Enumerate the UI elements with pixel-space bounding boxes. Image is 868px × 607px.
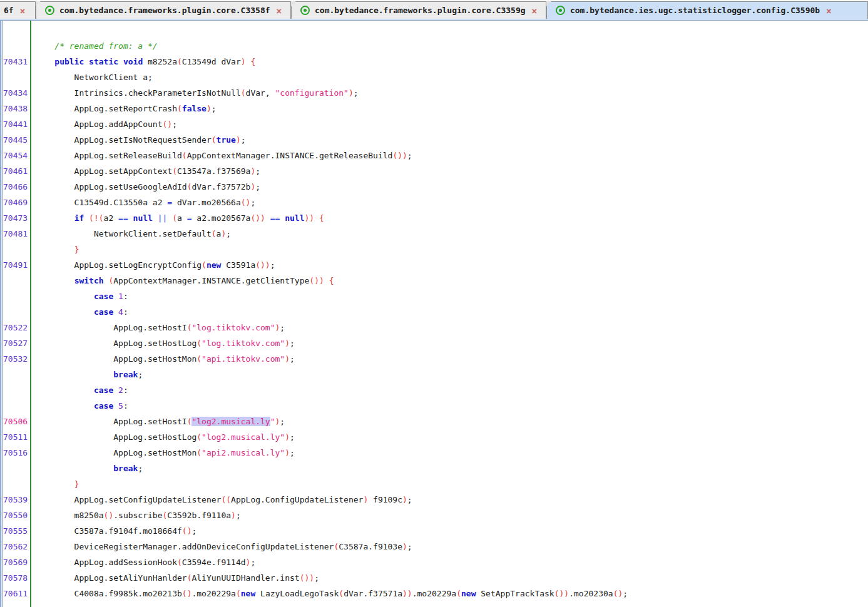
- line-number: 70438: [3, 104, 31, 120]
- code-line: C13549d.C13550a a2 = dVar.mo20566a();: [31, 198, 255, 213]
- code-row: 70578 AppLog.setAliYunHanlder(AliYunUUID…: [3, 573, 868, 589]
- code-row: 70441 AppLog.addAppCount();: [3, 120, 868, 135]
- code-row: 70550 m8250a().subscribe(C3592b.f9110a);: [3, 511, 868, 526]
- code-row: 70445 AppLog.setIsNotRequestSender(true)…: [3, 135, 868, 151]
- line-number: [3, 73, 31, 88]
- code-row: 70532 AppLog.setHostMon("api.tiktokv.com…: [3, 354, 868, 370]
- code-row: 70454 AppLog.setReleaseBuild(AppContextM…: [3, 151, 868, 166]
- line-number: 70491: [3, 260, 31, 276]
- code-row: 70466 AppLog.setUseGoogleAdId(dVar.f3757…: [3, 182, 868, 198]
- code-line: AppLog.setHostMon("api.tiktokv.com");: [31, 354, 295, 370]
- close-icon[interactable]: ✕: [19, 6, 26, 15]
- code-line: Intrinsics.checkParameterIsNotNull(dVar,…: [31, 88, 359, 104]
- code-scroll-area[interactable]: /* renamed from: a */70431 public static…: [3, 21, 868, 607]
- code-row: 70491 AppLog.setLogEncryptConfig(new C35…: [3, 260, 868, 276]
- line-number: [3, 401, 31, 417]
- code-line: C3587a.f9104f.mo18664f();: [31, 526, 197, 542]
- line-number: [3, 276, 31, 292]
- code-row: case 2:: [3, 385, 868, 401]
- class-icon: [45, 6, 54, 15]
- code-row: 70473 if (!(a2 == null || (a = a2.mo2056…: [3, 213, 868, 229]
- code-line: AppLog.setReportCrash(false);: [31, 104, 217, 120]
- code-line: AppLog.setIsNotRequestSender(true);: [31, 135, 246, 151]
- code-line: if (!(a2 == null || (a = a2.mo20567a()) …: [31, 213, 324, 229]
- code-line: AppLog.setHostLog("log2.musical.ly");: [31, 432, 295, 448]
- line-number: 70569: [3, 558, 31, 573]
- code-row: 70506 AppLog.setHostI("log2.musical.ly")…: [3, 417, 868, 432]
- line-number: [3, 479, 31, 495]
- line-number: [3, 292, 31, 307]
- code-row: }: [3, 479, 868, 495]
- code-row: break;: [3, 370, 868, 385]
- code-line: AppLog.setUseGoogleAdId(dVar.f37572b);: [31, 182, 260, 198]
- line-number: 70527: [3, 339, 31, 354]
- line-number: [3, 464, 31, 479]
- code-line: AppLog.setLogEncryptConfig(new C3591a())…: [31, 260, 275, 276]
- tab-label: com.bytedance.frameworks.plugin.core.C33…: [315, 6, 526, 15]
- code-line: AppLog.setReleaseBuild(AppContextManager…: [31, 151, 412, 166]
- line-number: 70441: [3, 120, 31, 135]
- code-row: 70431 public static void m8252a(C13549d …: [3, 57, 868, 73]
- line-number: 70522: [3, 323, 31, 339]
- line-number: 70434: [3, 88, 31, 104]
- code-line: AppLog.setHostMon("api2.musical.ly");: [31, 448, 295, 464]
- code-line: AppLog.setHostI("log2.musical.ly");: [31, 417, 285, 432]
- tab-2[interactable]: com.bytedance.frameworks.plugin.core.C33…: [291, 1, 546, 19]
- tab-0[interactable]: 6f✕: [0, 1, 36, 19]
- code-line: DeviceRegisterManager.addOnDeviceConfigU…: [31, 542, 412, 558]
- close-icon[interactable]: ✕: [531, 6, 538, 15]
- class-icon: [300, 6, 310, 15]
- line-number: 70511: [3, 432, 31, 448]
- tab-label: com.bytedance.ies.ugc.statisticlogger.co…: [570, 6, 820, 15]
- code-line: NetworkClient a;: [31, 73, 153, 88]
- code-line: break;: [31, 370, 143, 385]
- code-editor: /* renamed from: a */70431 public static…: [0, 21, 868, 607]
- code-line: }: [31, 245, 79, 260]
- jadx-window: 6f✕com.bytedance.frameworks.plugin.core.…: [0, 0, 868, 607]
- code-line: /* renamed from: a */: [31, 41, 158, 57]
- line-number: [3, 245, 31, 260]
- code-row: 70539 AppLog.setConfigUpdateListener((Ap…: [3, 495, 868, 511]
- code-line: NetworkClient.setDefault(a);: [31, 229, 231, 245]
- code-row: case 4:: [3, 307, 868, 323]
- line-number: [3, 370, 31, 385]
- code-line: case 1:: [31, 292, 128, 307]
- line-number: 70454: [3, 151, 31, 166]
- line-number: [3, 307, 31, 323]
- tab-3[interactable]: com.bytedance.ies.ugc.statisticlogger.co…: [546, 1, 868, 19]
- line-number: 70461: [3, 166, 31, 182]
- code-line: m8250a().subscribe(C3592b.f9110a);: [31, 511, 241, 526]
- line-number: 70481: [3, 229, 31, 245]
- code-line: case 2:: [31, 385, 128, 401]
- tab-bar: 6f✕com.bytedance.frameworks.plugin.core.…: [0, 0, 868, 19]
- code-line: AppLog.setHostI("log.tiktokv.com");: [31, 323, 285, 339]
- code-line: AppLog.addAppCount();: [31, 120, 177, 135]
- code-line: AppLog.addSessionHook(C3594e.f9114d);: [31, 558, 255, 573]
- code-row: 70511 AppLog.setHostLog("log2.musical.ly…: [3, 432, 868, 448]
- line-number: 70562: [3, 542, 31, 558]
- code-row: case 5:: [3, 401, 868, 417]
- line-number: 70578: [3, 573, 31, 589]
- code-row: break;: [3, 464, 868, 479]
- code-line: AppLog.setConfigUpdateListener((AppLog.C…: [31, 495, 412, 511]
- code-line: public static void m8252a(C13549d dVar) …: [31, 57, 255, 73]
- code-line: AppLog.setHostLog("log.tiktokv.com");: [31, 339, 295, 354]
- close-icon[interactable]: ✕: [825, 6, 832, 15]
- close-icon[interactable]: ✕: [275, 6, 283, 15]
- line-number: 70539: [3, 495, 31, 511]
- line-number: 70445: [3, 135, 31, 151]
- code-row: 70461 AppLog.setAppContext(C13547a.f3756…: [3, 166, 868, 182]
- code-row: 70611 C4008a.f9985k.mo20213b().mo20229a(…: [3, 589, 868, 604]
- line-number: 70516: [3, 448, 31, 464]
- code-row: case 1:: [3, 292, 868, 307]
- code-line: case 5:: [31, 401, 128, 417]
- line-number: [3, 385, 31, 401]
- line-number: 70532: [3, 354, 31, 370]
- line-number: 70466: [3, 182, 31, 198]
- tab-1[interactable]: com.bytedance.frameworks.plugin.core.C33…: [36, 1, 291, 19]
- code-line: AppLog.setAppContext(C13547a.f37569a);: [31, 166, 260, 182]
- code-row: 70555 C3587a.f9104f.mo18664f();: [3, 526, 868, 542]
- tab-label: 6f: [4, 6, 14, 15]
- code-row: switch (AppContextManager.INSTANCE.getCl…: [3, 276, 868, 292]
- code-row: 70481 NetworkClient.setDefault(a);: [3, 229, 868, 245]
